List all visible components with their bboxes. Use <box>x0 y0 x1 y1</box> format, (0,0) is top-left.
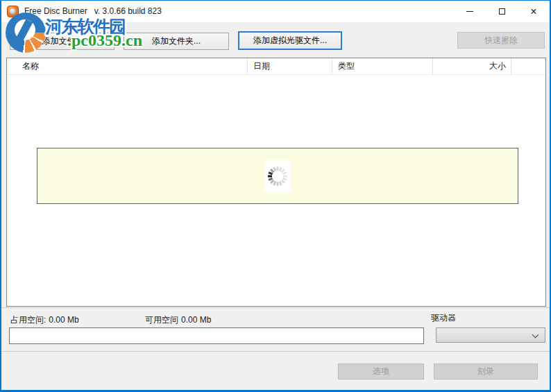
free-space-value: 0.00 Mb <box>181 315 211 325</box>
used-space-value: 0.00 Mb <box>49 315 78 325</box>
quick-erase-button[interactable]: 快速擦除 <box>457 32 545 49</box>
window-title: Free Disc Burner v. 3.0.66 build 823 <box>24 1 162 22</box>
close-icon: × <box>530 6 536 17</box>
titlebar[interactable]: Free Disc Burner v. 3.0.66 build 823 × <box>1 1 550 22</box>
column-header-name[interactable]: 名称 <box>7 58 248 74</box>
burn-button[interactable]: 刻录 <box>434 364 538 380</box>
add-folder-button[interactable]: 添加文件夹... <box>124 33 229 50</box>
used-space-caption: 占用空间: <box>10 315 46 325</box>
free-space-caption: 可用空间 <box>145 315 178 325</box>
used-space-label: 占用空间:0.00 Mb <box>10 314 79 326</box>
add-files-button[interactable]: 添加文件... <box>10 33 115 50</box>
column-header-date[interactable]: 日期 <box>248 58 332 74</box>
add-virtual-disc-file-button[interactable]: 添加虚拟光驱文件... <box>238 31 342 50</box>
chevron-down-icon <box>532 332 539 339</box>
minimize-button[interactable] <box>454 1 486 22</box>
close-button[interactable]: × <box>518 1 550 22</box>
app-window: Free Disc Burner v. 3.0.66 build 823 × 添… <box>0 0 551 392</box>
progress-bar <box>9 327 424 344</box>
status-banner <box>37 148 518 204</box>
drive-select[interactable] <box>436 327 545 343</box>
spinner-box <box>264 160 291 192</box>
free-space-label: 可用空间0.00 Mb <box>145 314 211 326</box>
maximize-icon <box>499 8 505 15</box>
column-header-type[interactable]: 类型 <box>332 58 433 74</box>
separator-top <box>1 307 550 308</box>
loading-spinner-icon <box>266 164 289 188</box>
separator-bottom <box>1 351 550 352</box>
file-list-header: 名称 日期 类型 大小 <box>7 58 545 75</box>
minimize-icon <box>466 11 473 12</box>
column-header-filler <box>511 58 545 74</box>
column-header-size[interactable]: 大小 <box>433 58 511 74</box>
window-controls: × <box>454 1 550 22</box>
app-disc-icon <box>7 6 19 17</box>
maximize-button[interactable] <box>486 1 518 22</box>
drive-label: 驱动器 <box>431 312 456 324</box>
options-button[interactable]: 选项 <box>338 364 424 380</box>
